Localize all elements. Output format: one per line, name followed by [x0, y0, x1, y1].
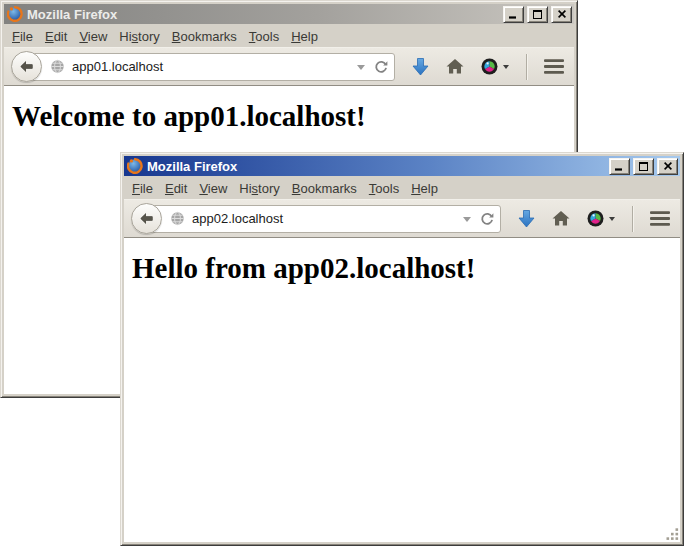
- menu-label-post: ile: [140, 181, 153, 196]
- menu-bookmarks[interactable]: Bookmarks: [286, 179, 363, 198]
- menu-file[interactable]: File: [126, 179, 159, 198]
- menubar: FileEditViewHistoryBookmarksToolsHelp: [124, 177, 680, 199]
- reload-icon[interactable]: [480, 212, 494, 226]
- urlbar-dropdown-icon[interactable]: [463, 217, 471, 226]
- maximize-button[interactable]: [527, 6, 548, 23]
- menu-edit[interactable]: Edit: [39, 27, 73, 46]
- colorwheel-icon: [481, 58, 498, 75]
- window-controls: [606, 158, 678, 175]
- site-identity-globe-icon[interactable]: [50, 59, 65, 74]
- titlebar[interactable]: Mozilla Firefox: [4, 4, 574, 24]
- resize-grip[interactable]: [666, 528, 679, 541]
- navigation-toolbar: app02.localhost: [124, 199, 680, 238]
- reload-icon[interactable]: [374, 60, 388, 74]
- back-button[interactable]: [11, 51, 42, 82]
- menu-history[interactable]: History: [233, 179, 285, 198]
- toolbar-separator: [632, 206, 633, 232]
- back-arrow-icon: [139, 211, 154, 226]
- menu-file[interactable]: File: [6, 27, 39, 46]
- menu-label-post: ools: [255, 29, 279, 44]
- firefox-window-app02: Mozilla Firefox FileEditViewHistoryBookm…: [120, 152, 684, 546]
- url-text[interactable]: app02.localhost: [192, 211, 463, 226]
- menu-label-key: E: [165, 181, 174, 196]
- site-identity-globe-icon[interactable]: [170, 211, 185, 226]
- hamburger-menu-icon: [544, 59, 564, 74]
- address-bar[interactable]: app01.localhost: [25, 53, 395, 81]
- page-content: Hello from app02.localhost!: [124, 238, 680, 542]
- home-button[interactable]: [552, 211, 570, 226]
- download-arrow-icon: [518, 210, 535, 228]
- window-title: Mozilla Firefox: [27, 7, 500, 22]
- menu-label-pre: Hi: [119, 29, 131, 44]
- menu-label-key: V: [199, 181, 207, 196]
- menu-tools[interactable]: Tools: [243, 27, 285, 46]
- back-arrow-icon: [19, 59, 34, 74]
- menu-label-post: dit: [54, 29, 68, 44]
- menu-label-key: E: [45, 29, 54, 44]
- menu-view[interactable]: View: [193, 179, 233, 198]
- menu-view[interactable]: View: [73, 27, 113, 46]
- close-button[interactable]: [657, 158, 678, 175]
- download-button[interactable]: [412, 58, 429, 76]
- close-button[interactable]: [551, 6, 572, 23]
- menu-history[interactable]: History: [113, 27, 165, 46]
- minimize-button[interactable]: [503, 6, 524, 23]
- page-heading: Hello from app02.localhost!: [132, 252, 680, 285]
- menu-label-key: V: [79, 29, 87, 44]
- download-button[interactable]: [518, 210, 535, 228]
- window-title: Mozilla Firefox: [147, 159, 606, 174]
- home-icon: [552, 211, 570, 226]
- menu-label-key: F: [132, 181, 140, 196]
- firefox-logo-icon: [127, 158, 143, 174]
- menu-label-post: elp: [421, 181, 438, 196]
- menu-label-post: iew: [88, 29, 108, 44]
- app-menu-button[interactable]: [544, 59, 564, 74]
- download-arrow-icon: [412, 58, 429, 76]
- app-menu-button[interactable]: [650, 211, 670, 226]
- menu-label-key: F: [12, 29, 20, 44]
- window-controls: [500, 6, 572, 23]
- menu-help[interactable]: Help: [405, 179, 444, 198]
- address-bar[interactable]: app02.localhost: [145, 205, 501, 233]
- titlebar[interactable]: Mozilla Firefox: [124, 156, 680, 176]
- back-button[interactable]: [131, 203, 162, 234]
- minimize-button[interactable]: [609, 158, 630, 175]
- menu-label-post: ookmarks: [300, 181, 356, 196]
- menu-label-key: H: [411, 181, 420, 196]
- page-heading: Welcome to app01.localhost!: [12, 100, 574, 133]
- maximize-button[interactable]: [633, 158, 654, 175]
- menu-bookmarks[interactable]: Bookmarks: [166, 27, 243, 46]
- menu-label-pre: Hi: [239, 181, 251, 196]
- menu-label-post: ile: [20, 29, 33, 44]
- menu-label-post: elp: [301, 29, 318, 44]
- colorwheel-addon-button[interactable]: [587, 210, 615, 227]
- menu-label-post: ookmarks: [180, 29, 236, 44]
- home-button[interactable]: [446, 59, 464, 74]
- menubar: FileEditViewHistoryBookmarksToolsHelp: [4, 25, 574, 47]
- url-text[interactable]: app01.localhost: [72, 59, 357, 74]
- menu-label-post: ools: [375, 181, 399, 196]
- firefox-logo-icon: [7, 6, 23, 22]
- menu-label-post: tory: [138, 29, 160, 44]
- colorwheel-dropdown-icon: [503, 65, 509, 72]
- navigation-toolbar: app01.localhost: [4, 47, 574, 86]
- menu-label-key: H: [291, 29, 300, 44]
- menu-label-post: iew: [208, 181, 228, 196]
- colorwheel-dropdown-icon: [609, 217, 615, 224]
- menu-label-post: dit: [174, 181, 188, 196]
- hamburger-menu-icon: [650, 211, 670, 226]
- menu-edit[interactable]: Edit: [159, 179, 193, 198]
- urlbar-dropdown-icon[interactable]: [357, 65, 365, 74]
- menu-tools[interactable]: Tools: [363, 179, 405, 198]
- toolbar-separator: [526, 54, 527, 80]
- menu-label-post: tory: [258, 181, 280, 196]
- colorwheel-addon-button[interactable]: [481, 58, 509, 75]
- colorwheel-icon: [587, 210, 604, 227]
- desktop: Mozilla Firefox FileEditViewHistoryBookm…: [0, 0, 688, 551]
- home-icon: [446, 59, 464, 74]
- menu-help[interactable]: Help: [285, 27, 324, 46]
